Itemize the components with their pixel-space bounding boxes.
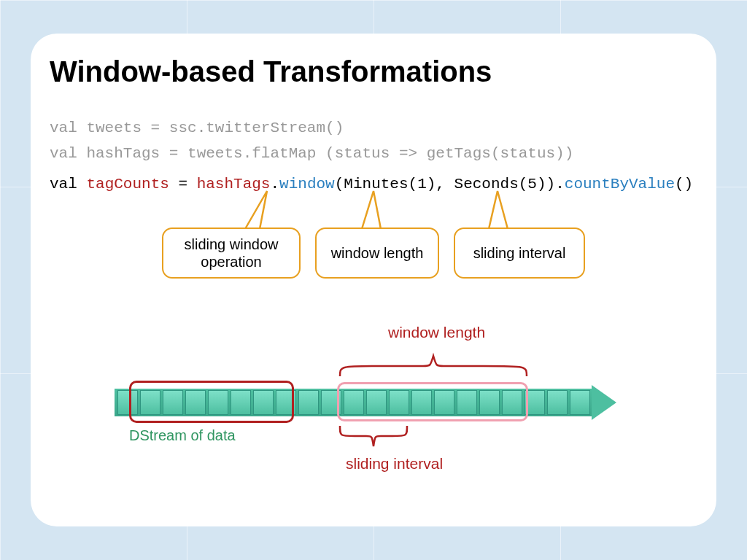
brace-sliding-interval [337, 421, 410, 456]
code-line-2: val hashTags = tweets.flatMap (status =>… [50, 145, 573, 162]
slide-card: Window-based Transformations val tweets … [31, 34, 716, 526]
data-cell [298, 390, 319, 415]
slide-title: Window-based Transformations [50, 55, 492, 88]
window-box-previous [129, 381, 294, 423]
callout-sliding-interval: sliding interval [454, 228, 585, 279]
data-cell [547, 390, 568, 415]
label-window-length: window length [388, 324, 485, 341]
callout-pointer-1 [242, 188, 286, 232]
callout-window-length: window length [315, 228, 439, 279]
label-dstream: DStream of data [129, 427, 236, 444]
data-cell [570, 390, 590, 415]
callout-pointer-3 [481, 188, 525, 232]
code-line-1: val tweets = ssc.twitterStream() [50, 120, 344, 136]
brace-window-length [337, 344, 530, 381]
callout-pointer-2 [352, 188, 395, 232]
label-sliding-interval: sliding interval [346, 455, 443, 472]
arrowhead-icon [592, 385, 616, 420]
callout-sliding-window-operation: sliding windowoperation [162, 228, 301, 279]
window-box-current [337, 382, 528, 421]
